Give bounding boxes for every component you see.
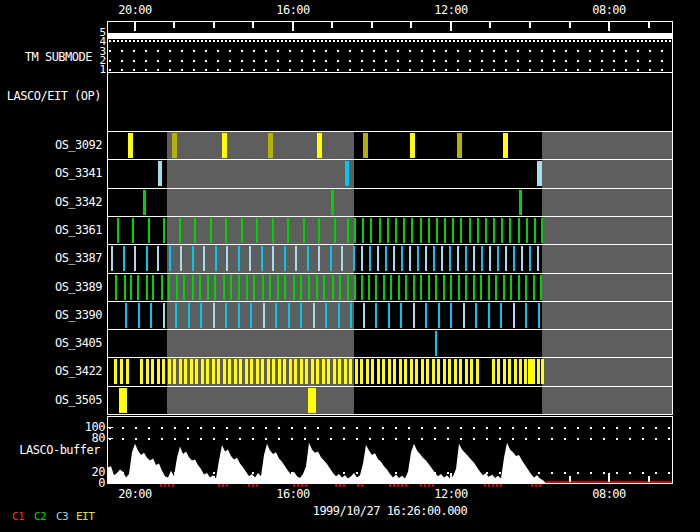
row-tick bbox=[119, 388, 127, 413]
row-tick bbox=[246, 275, 248, 300]
hour-tick-top bbox=[371, 22, 373, 28]
row-tick bbox=[409, 246, 411, 271]
hour-tick-top bbox=[252, 22, 254, 28]
row-tick bbox=[294, 359, 297, 384]
row-tick bbox=[179, 359, 182, 384]
row-tick bbox=[217, 359, 220, 384]
row-separator-line bbox=[108, 159, 672, 160]
row-tick bbox=[111, 246, 113, 271]
row-tick bbox=[201, 359, 204, 384]
row-tick bbox=[345, 161, 349, 186]
tm-submode-gridline bbox=[109, 50, 671, 52]
row-tick bbox=[300, 303, 302, 328]
buffer-panel-label: LASCO-buffer bbox=[0, 443, 100, 457]
row-label: OS_3389 bbox=[0, 280, 102, 294]
row-tick bbox=[317, 133, 322, 158]
row-tick bbox=[398, 275, 400, 300]
hour-tick-bottom bbox=[173, 476, 175, 482]
top-axis-hour-label: 08:00 bbox=[585, 3, 633, 17]
row-tick bbox=[508, 359, 511, 384]
row-tick bbox=[362, 218, 364, 243]
row-tick bbox=[203, 246, 205, 271]
c1-image-mark bbox=[164, 484, 166, 487]
buffer-ytick-mark bbox=[108, 483, 113, 484]
row-tick bbox=[410, 133, 415, 158]
buffer-ytick-label: 80 bbox=[0, 431, 105, 445]
telemetry-timeline-screen: TM SUBMODE LASCO/EIT (OP) LASCO-buffer 1… bbox=[0, 0, 700, 532]
row-tick bbox=[344, 359, 347, 384]
row-tick bbox=[300, 359, 303, 384]
row-label: OS_3092 bbox=[0, 138, 102, 152]
legend-item-eit: EIT bbox=[76, 510, 94, 523]
row-tick bbox=[278, 359, 281, 384]
row-tick bbox=[249, 246, 251, 271]
hour-tick-bottom bbox=[529, 476, 531, 482]
hour-tick-top bbox=[608, 22, 610, 31]
row-tick bbox=[401, 246, 403, 271]
row-tick bbox=[393, 359, 396, 384]
row-tick bbox=[413, 303, 415, 328]
row-tick bbox=[289, 359, 292, 384]
row-tick bbox=[288, 303, 290, 328]
row-label: OS_3390 bbox=[0, 308, 102, 322]
row-tick bbox=[152, 275, 154, 300]
row-tick bbox=[510, 275, 512, 300]
row-tick bbox=[500, 303, 502, 328]
row-tick bbox=[411, 218, 413, 243]
row-tick bbox=[213, 303, 215, 328]
row-tick bbox=[223, 359, 226, 384]
row-tick bbox=[293, 275, 295, 300]
row-tick bbox=[377, 359, 380, 384]
row-tick bbox=[275, 303, 277, 328]
row-tick bbox=[334, 218, 336, 243]
c1-image-mark bbox=[218, 484, 220, 487]
row-separator-line bbox=[108, 244, 672, 245]
row-tick bbox=[428, 218, 430, 243]
row-tick bbox=[283, 359, 286, 384]
row-tick bbox=[148, 218, 150, 243]
row-tick bbox=[526, 218, 528, 243]
hour-tick-top bbox=[569, 22, 571, 28]
row-tick bbox=[537, 161, 542, 186]
row-tick bbox=[444, 218, 446, 243]
row-tick bbox=[140, 359, 143, 384]
row-tick bbox=[169, 246, 171, 271]
row-tick bbox=[354, 218, 356, 243]
row-tick bbox=[284, 275, 286, 300]
c1-image-mark bbox=[172, 484, 174, 487]
c1-image-mark bbox=[405, 484, 407, 487]
c1-image-mark bbox=[357, 484, 359, 487]
row-tick bbox=[350, 303, 352, 328]
buffer-ytick-mark bbox=[108, 472, 113, 473]
row-tick bbox=[300, 275, 302, 300]
row-tick bbox=[190, 359, 193, 384]
row-tick bbox=[403, 218, 405, 243]
row-separator-line bbox=[108, 414, 672, 415]
row-tick bbox=[330, 246, 332, 271]
row-tick bbox=[382, 359, 385, 384]
buffer-ytick-label: 0 bbox=[0, 476, 105, 490]
plot-left-border bbox=[107, 21, 108, 415]
row-tick bbox=[387, 218, 389, 243]
row-tick bbox=[225, 218, 227, 243]
row-tick bbox=[176, 275, 178, 300]
row-tick bbox=[192, 246, 194, 271]
hour-tick-top bbox=[450, 22, 452, 31]
row-tick bbox=[497, 359, 500, 384]
row-tick bbox=[541, 359, 544, 384]
row-tick bbox=[313, 303, 315, 328]
c1-image-mark bbox=[252, 484, 254, 487]
row-tick bbox=[353, 246, 355, 271]
row-tick bbox=[162, 359, 165, 384]
row-tick bbox=[355, 359, 358, 384]
row-tick bbox=[458, 275, 460, 300]
row-tick bbox=[404, 359, 407, 384]
lasco-eit-panel-label: LASCO/EIT (OP) bbox=[0, 89, 101, 103]
row-tick bbox=[541, 218, 543, 243]
row-tick bbox=[325, 303, 327, 328]
row-tick bbox=[388, 359, 391, 384]
row-tick bbox=[157, 359, 160, 384]
row-tick bbox=[428, 275, 430, 300]
row-tick bbox=[454, 359, 457, 384]
row-tick bbox=[368, 275, 370, 300]
